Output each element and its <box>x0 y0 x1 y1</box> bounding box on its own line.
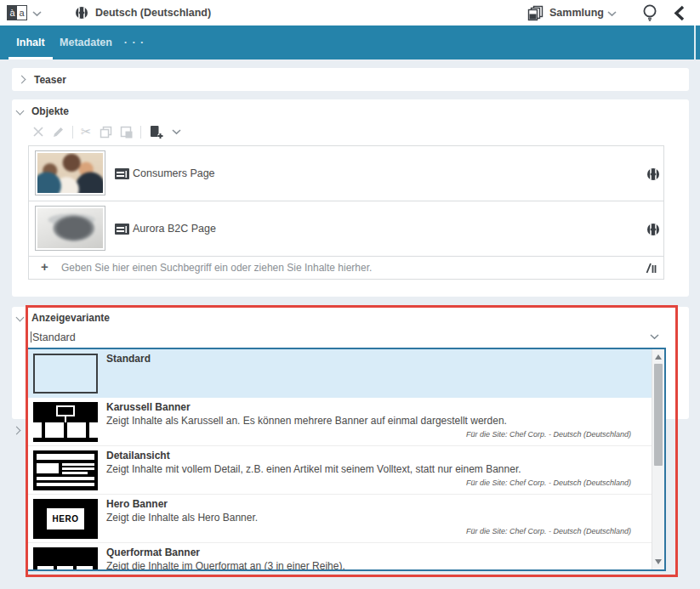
tab-more[interactable]: · · · <box>121 25 148 59</box>
studio-form-window: àa Deutsch (Deutschland) Sammlung Inhalt <box>0 0 700 589</box>
viewtype-combobox[interactable]: Standard <box>31 331 76 343</box>
section-teaser-label[interactable]: Teaser <box>34 74 66 86</box>
paste-icon[interactable] <box>120 126 133 139</box>
dropdown-item-hero[interactable]: HEROHero BannerZeigt die Inhalte als Her… <box>28 495 653 543</box>
dropdown-scrollbar[interactable] <box>652 349 664 569</box>
dropdown-item-standard[interactable]: Standard <box>28 349 653 398</box>
site-globe-icon[interactable] <box>646 167 660 181</box>
section-teaser: Teaser <box>12 68 689 91</box>
viewtype-combobox-value: Standard <box>32 331 76 343</box>
section-objekte: Objekte ✂ Consumers Page <box>12 99 689 297</box>
viewtype-karussell-icon <box>33 402 98 442</box>
toolbar-divider <box>72 126 73 139</box>
page-type-icon <box>115 168 129 179</box>
chevron-right-icon[interactable] <box>13 427 21 435</box>
chevron-down-icon[interactable] <box>16 314 25 322</box>
tab-metadaten[interactable]: Metadaten <box>58 25 114 59</box>
dropdown-item-title: Detailansicht <box>106 450 170 462</box>
section-anzeigevariante-label[interactable]: Anzeigevariante <box>31 312 110 324</box>
dropdown-item-description: Zeigt die Inhalte im Querformat an (3 in… <box>106 560 345 571</box>
section-objekte-label[interactable]: Objekte <box>31 105 69 117</box>
chevron-down-icon[interactable] <box>172 129 181 135</box>
chevron-right-icon[interactable] <box>18 76 26 84</box>
chevron-down-icon[interactable] <box>16 107 25 116</box>
locale-label: Deutsch (Deutschland) <box>95 0 211 25</box>
hero-icon-label: HERO <box>47 508 84 530</box>
scroll-up-icon[interactable] <box>655 354 662 360</box>
combobox-trigger-chevron-icon[interactable] <box>650 334 659 340</box>
dropdown-item-title: Querformat Banner <box>106 547 200 558</box>
lightbulb-icon[interactable] <box>640 3 659 23</box>
dropdown-item-site-note: Für die Site: Chef Corp. - Deutsch (Deut… <box>466 430 631 439</box>
dropdown-item-title: Karussell Banner <box>106 401 191 413</box>
locale-globe-icon <box>75 6 88 20</box>
dropdown-item-site-note: Für die Site: Chef Corp. - Deutsch (Deut… <box>466 479 631 487</box>
viewtype-querformat-icon <box>33 547 98 571</box>
dropdown-item-title: Hero Banner <box>106 498 168 510</box>
collection-icon[interactable] <box>527 5 543 21</box>
dropdown-item-description: Zeigt Inhalte mit vollem Detail, z.B. ei… <box>106 463 521 475</box>
chevron-down-icon[interactable] <box>32 11 42 17</box>
collapse-right-panel-icon[interactable] <box>673 5 686 21</box>
linklist-row[interactable]: Consumers Page <box>29 146 663 201</box>
page-type-icon <box>115 224 129 235</box>
linklist-row[interactable]: Aurora B2C Page <box>29 201 663 257</box>
dropdown-item-title: Standard <box>106 353 151 365</box>
scrollbar-thumb[interactable] <box>654 364 663 466</box>
compare-language-icon[interactable]: àa <box>7 5 27 20</box>
objekte-linklist: Consumers PageAurora B2C Page + Geben Si… <box>28 145 664 280</box>
content-thumbnail <box>35 150 105 195</box>
delete-icon[interactable] <box>32 126 44 138</box>
compare-filter-icon[interactable] <box>645 262 657 275</box>
text-caret <box>31 331 31 343</box>
dropdown-item-querformat[interactable]: Querformat BannerZeigt die Inhalte im Qu… <box>28 543 653 571</box>
site-globe-icon[interactable] <box>646 223 660 236</box>
copy-icon[interactable] <box>100 126 112 139</box>
add-plus-icon[interactable]: + <box>41 259 48 274</box>
edit-pencil-icon[interactable] <box>52 126 65 139</box>
viewtype-hero-icon: HERO <box>33 499 98 539</box>
form-tabbar: Inhalt Metadaten · · · <box>0 25 700 59</box>
dropdown-item-description: Zeigt Inhalte als Karussell an. Es könne… <box>106 415 507 427</box>
dropdown-item-site-note: Für die Site: Chef Corp. - Deutsch (Deut… <box>466 527 631 535</box>
content-title: Consumers Page <box>133 146 215 201</box>
viewtype-detailansicht-icon <box>33 450 98 490</box>
objekte-toolbar: ✂ <box>32 122 181 142</box>
dropdown-item-description: Zeigt die Inhalte als Hero Banner. <box>106 512 258 524</box>
chevron-down-icon[interactable] <box>607 11 617 17</box>
linklist-search-placeholder[interactable]: Geben Sie hier einen Suchbegriff ein ode… <box>61 257 372 279</box>
viewtype-standard-icon <box>33 354 98 394</box>
content-title: Aurora B2C Page <box>133 201 216 257</box>
viewtype-dropdown-list: StandardKarussell BannerZeigt Inhalte al… <box>26 348 666 571</box>
linklist-search-row[interactable]: + Geben Sie hier einen Suchbegriff ein o… <box>29 257 663 279</box>
cut-scissors-icon[interactable]: ✂ <box>81 125 92 139</box>
dropdown-item-karussell[interactable]: Karussell BannerZeigt Inhalte als Karuss… <box>28 398 653 446</box>
dropdown-item-detail[interactable]: DetailansichtZeigt Inhalte mit vollem De… <box>28 446 653 495</box>
document-toolbar: àa Deutsch (Deutschland) Sammlung <box>0 0 700 25</box>
add-content-icon[interactable] <box>149 125 164 139</box>
toolbar-divider <box>140 126 141 139</box>
right-panel-splitter[interactable] <box>694 25 696 59</box>
collection-label[interactable]: Sammlung <box>549 0 604 25</box>
content-thumbnail <box>35 206 105 251</box>
tab-inhalt[interactable]: Inhalt <box>9 25 53 59</box>
scroll-down-icon[interactable] <box>655 559 662 564</box>
